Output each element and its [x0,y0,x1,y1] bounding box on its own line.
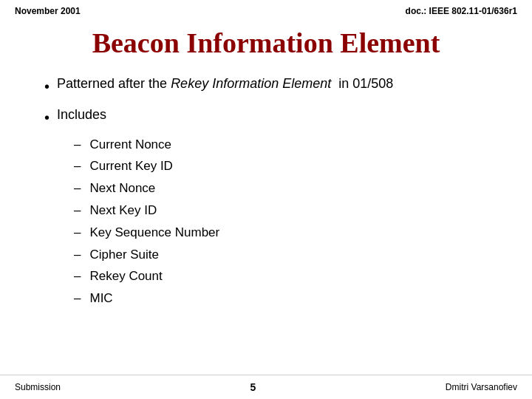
list-item: –Next Nonce [74,180,488,197]
sub-list: –Current Nonce–Current Key ID–Next Nonce… [74,136,488,307]
dash-icon: – [74,180,81,197]
sub-item-label: Next Nonce [89,180,155,197]
bullet-text-1: Patterned after the Rekey Information El… [57,74,488,94]
sub-item-label: Current Nonce [89,136,171,154]
dash-icon: – [74,202,81,219]
italic-rekey: Rekey Information Element [171,76,331,91]
dash-icon: – [74,246,81,264]
content-section: • Patterned after the Rekey Information … [0,74,532,375]
list-item: –Rekey Count [74,267,488,285]
dash-icon: – [74,290,81,307]
list-item: –MIC [74,290,488,307]
bullet-dot-1: • [44,75,50,98]
sub-item-label: MIC [89,290,112,307]
dash-icon: – [74,267,81,285]
header-left: November 2001 [15,6,81,16]
dash-icon: – [74,224,81,242]
footer-right: Dmitri Varsanofiev [446,382,517,392]
list-item: –Current Key ID [74,157,488,175]
bullet-includes: • Includes [44,105,488,129]
footer-bar: Submission 5 Dmitri Varsanofiev [0,375,532,399]
sub-item-label: Cipher Suite [89,246,159,264]
sub-item-label: Rekey Count [89,267,162,285]
dash-icon: – [74,136,81,154]
slide-title: Beacon Information Element [30,27,502,61]
list-item: –Current Nonce [74,136,488,154]
sub-item-label: Current Key ID [89,157,172,175]
bullet-dot-2: • [44,106,50,129]
header-right: doc.: IEEE 802.11-01/636r1 [406,6,517,16]
header-bar: November 2001 doc.: IEEE 802.11-01/636r1 [0,0,532,19]
list-item: –Next Key ID [74,202,488,219]
sub-item-label: Key Sequence Number [89,224,219,242]
slide: November 2001 doc.: IEEE 802.11-01/636r1… [0,0,532,399]
bullet-patterned: • Patterned after the Rekey Information … [44,74,488,98]
footer-left: Submission [15,382,61,392]
title-section: Beacon Information Element [0,19,532,74]
footer-center: 5 [250,381,256,393]
bullet-text-2: Includes [57,105,488,125]
list-item: –Key Sequence Number [74,224,488,242]
list-item: –Cipher Suite [74,246,488,264]
sub-item-label: Next Key ID [89,202,157,219]
dash-icon: – [74,157,81,175]
